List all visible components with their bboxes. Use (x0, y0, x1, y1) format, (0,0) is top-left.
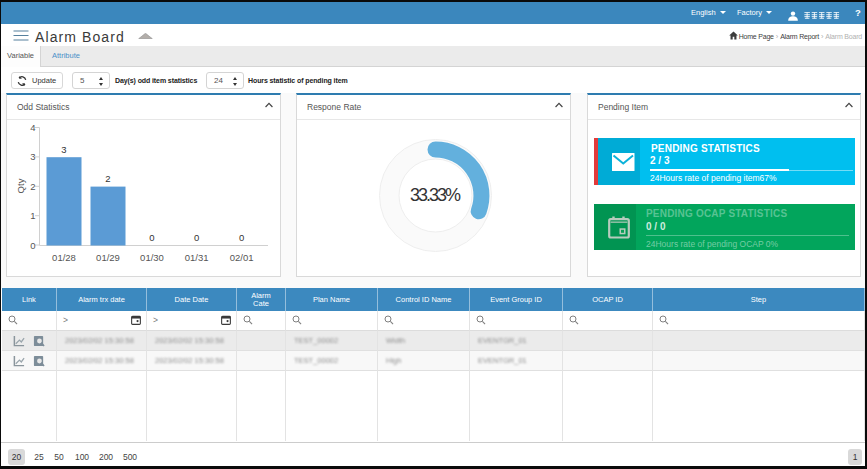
svg-text:3: 3 (61, 144, 66, 155)
svg-text:2: 2 (105, 173, 110, 184)
svg-text:Qty: Qty (15, 178, 26, 193)
svg-text:1: 1 (30, 210, 35, 221)
svg-text:01/29: 01/29 (96, 252, 120, 263)
svg-text:33.33%: 33.33% (410, 185, 461, 205)
svg-text:01/30: 01/30 (140, 252, 164, 263)
svg-text:01/31: 01/31 (185, 252, 209, 263)
svg-text:0: 0 (194, 232, 199, 243)
svg-text:02/01: 02/01 (230, 252, 254, 263)
svg-text:0: 0 (30, 240, 35, 251)
svg-text:0: 0 (149, 232, 154, 243)
svg-text:2: 2 (30, 181, 35, 192)
svg-text:4: 4 (30, 122, 35, 133)
svg-text:01/28: 01/28 (52, 252, 76, 263)
svg-text:3: 3 (30, 151, 35, 162)
svg-text:0: 0 (239, 232, 244, 243)
